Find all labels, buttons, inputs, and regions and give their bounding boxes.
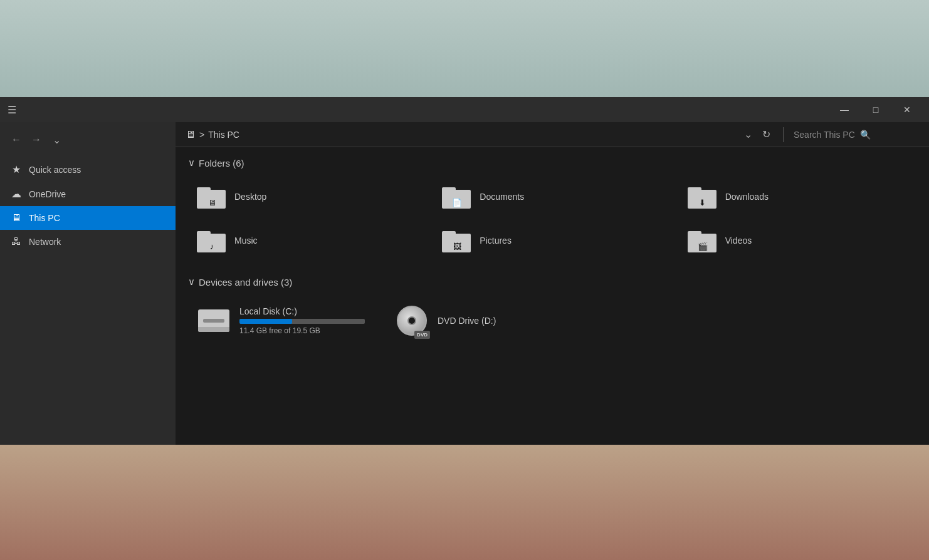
window-controls: — □ ✕ <box>830 100 921 120</box>
folder-icon-desktop: 🖥 <box>197 185 227 209</box>
folder-icon-documents: 📄 <box>442 185 472 209</box>
folder-icon-videos: 🎬 <box>688 229 718 252</box>
devices-title: Devices and drives (3) <box>199 277 292 288</box>
forward-button[interactable]: → <box>28 131 45 148</box>
folder-label-music: Music <box>234 236 258 246</box>
path-dropdown-button[interactable]: ⌄ <box>742 126 755 143</box>
address-actions: ⌄ ↻ Search This PC 🔍 <box>742 126 919 143</box>
right-panel: 🖥 > This PC ⌄ ↻ Search This PC 🔍 <box>176 122 929 445</box>
folder-label-documents: Documents <box>480 192 524 202</box>
sidebar-item-quick-access[interactable]: ★ Quick access <box>0 157 176 182</box>
sidebar-label-onedrive: OneDrive <box>29 189 66 199</box>
folder-label-pictures: Pictures <box>480 236 512 246</box>
drive-size-local-disk: 11.4 GB free of 19.5 GB <box>239 326 365 335</box>
sidebar: ← → ⌄ ★ Quick access ☁ OneDrive 🖥 This P… <box>0 122 176 445</box>
folders-section-header[interactable]: ∨ Folders (6) <box>188 157 916 169</box>
sidebar-navigation: ← → ⌄ <box>0 127 176 152</box>
search-box[interactable]: Search This PC 🔍 <box>794 130 919 140</box>
folder-label-videos: Videos <box>725 236 752 246</box>
drive-name-local-disk: Local Disk (C:) <box>239 306 365 316</box>
recent-dropdown-button[interactable]: ⌄ <box>48 131 65 148</box>
drive-info-local-disk: Local Disk (C:) 11.4 GB free of 19.5 GB <box>239 306 365 335</box>
folder-item-documents[interactable]: 📄 Documents <box>433 179 671 215</box>
drive-bar-fill-local-disk <box>239 319 292 324</box>
drive-usage-bar-local-disk <box>239 319 365 324</box>
hamburger-menu-icon[interactable]: ☰ <box>8 104 16 116</box>
sidebar-item-network[interactable]: 🖧 Network <box>0 230 176 254</box>
main-content: ∨ Folders (6) 🖥 Desktop 📄 Documents ⬇ Do… <box>176 147 929 445</box>
devices-chevron: ∨ <box>188 276 195 288</box>
path-monitor-icon: 🖥 <box>186 129 196 140</box>
maximize-button[interactable]: □ <box>861 100 890 120</box>
folder-label-desktop: Desktop <box>234 192 266 202</box>
search-icon: 🔍 <box>860 130 871 140</box>
file-explorer-window: ☰ — □ ✕ ← → ⌄ ★ Quick access ☁ OneDrive … <box>0 97 929 445</box>
address-path[interactable]: 🖥 > This PC <box>186 129 737 140</box>
title-bar-left: ☰ <box>8 104 16 116</box>
folder-icon-music: ♪ <box>197 229 227 252</box>
address-bar: 🖥 > This PC ⌄ ↻ Search This PC 🔍 <box>176 122 929 147</box>
folder-item-music[interactable]: ♪ Music <box>188 222 426 259</box>
devices-grid: Local Disk (C:) 11.4 GB free of 19.5 GB … <box>188 298 916 344</box>
folders-title: Folders (6) <box>199 158 244 169</box>
folders-grid: 🖥 Desktop 📄 Documents ⬇ Downloads ♪ Musi… <box>188 179 916 259</box>
sidebar-label-this-pc: This PC <box>29 213 60 223</box>
sidebar-item-this-pc[interactable]: 🖥 This PC <box>0 206 176 230</box>
folder-icon-downloads: ⬇ <box>688 185 718 209</box>
sidebar-icon-quick-access: ★ <box>10 163 23 175</box>
sidebar-icon-onedrive: ☁ <box>10 188 23 200</box>
dvd-label-badge: DVD <box>414 331 430 339</box>
sidebar-items-container: ★ Quick access ☁ OneDrive 🖥 This PC 🖧 Ne… <box>0 157 176 254</box>
folder-item-pictures[interactable]: 🖼 Pictures <box>433 222 671 259</box>
folder-label-downloads: Downloads <box>725 192 769 202</box>
drive-name-dvd-drive: DVD Drive (D:) <box>438 316 496 326</box>
close-button[interactable]: ✕ <box>893 100 921 120</box>
folder-item-desktop[interactable]: 🖥 Desktop <box>188 179 426 215</box>
refresh-button[interactable]: ↻ <box>760 126 773 143</box>
device-item-local-disk[interactable]: Local Disk (C:) 11.4 GB free of 19.5 GB <box>188 298 374 344</box>
content-area: ← → ⌄ ★ Quick access ☁ OneDrive 🖥 This P… <box>0 122 929 445</box>
devices-section-header[interactable]: ∨ Devices and drives (3) <box>188 276 916 288</box>
path-separator: > <box>199 130 204 140</box>
minimize-button[interactable]: — <box>830 100 859 120</box>
folders-chevron: ∨ <box>188 157 195 169</box>
sidebar-icon-this-pc: 🖥 <box>10 212 23 224</box>
path-text: This PC <box>208 130 239 140</box>
folder-icon-pictures: 🖼 <box>442 229 472 252</box>
folder-item-downloads[interactable]: ⬇ Downloads <box>679 179 916 215</box>
title-bar: ☰ — □ ✕ <box>0 97 929 122</box>
sidebar-label-network: Network <box>29 237 61 247</box>
dvd-icon-wrap: DVD <box>395 304 429 338</box>
search-placeholder: Search This PC <box>794 130 855 140</box>
address-divider <box>783 127 784 142</box>
hdd-icon-wrap <box>197 307 231 334</box>
sidebar-label-quick-access: Quick access <box>29 165 81 175</box>
sidebar-icon-network: 🖧 <box>10 236 23 247</box>
hdd-icon <box>198 309 229 332</box>
back-button[interactable]: ← <box>8 131 25 148</box>
device-item-dvd-drive[interactable]: DVD DVD Drive (D:) <box>386 298 562 344</box>
folder-item-videos[interactable]: 🎬 Videos <box>679 222 916 259</box>
sidebar-item-onedrive[interactable]: ☁ OneDrive <box>0 182 176 206</box>
